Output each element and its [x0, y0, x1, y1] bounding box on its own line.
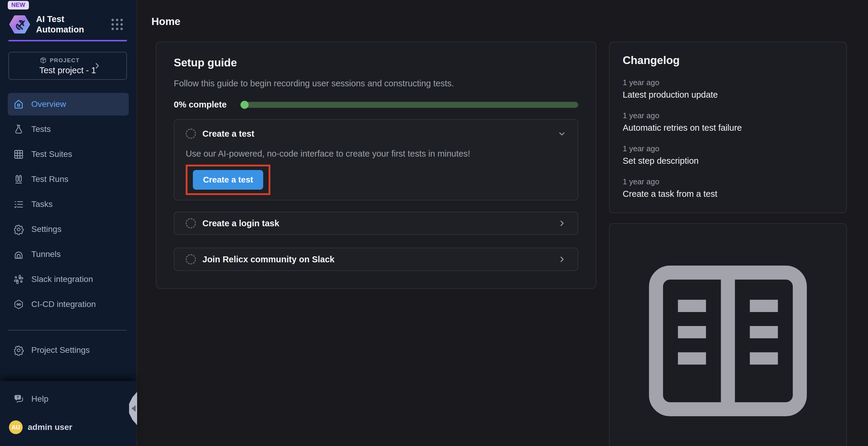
setup-guide-subtitle: Follow this guide to begin recording use…	[174, 79, 578, 89]
sidebar-divider	[8, 330, 127, 331]
app-title: AI Test Automation	[36, 14, 112, 35]
help-label: Help	[31, 394, 49, 404]
changelog-entry-title: Set step description	[623, 156, 833, 166]
sidebar-item-label: Tasks	[31, 200, 53, 209]
package-icon	[39, 57, 47, 64]
changelog-entry-title: Automatic retries on test failure	[623, 123, 833, 133]
step-title: Create a test	[203, 129, 254, 139]
changelog-title: Changelog	[623, 54, 833, 67]
create-a-test-button[interactable]: Create a test	[193, 170, 263, 190]
sidebar-item-slack-integration[interactable]: Slack integration	[8, 268, 129, 290]
sidebar-item-label: Tunnels	[31, 249, 61, 259]
sidebar-nav: Overview Tests Test Suites	[8, 93, 129, 316]
sidebar-item-label: Tests	[31, 125, 51, 134]
changelog-card: Changelog 1 year ago Latest production u…	[609, 42, 847, 213]
sidebar-item-label: CI-CD integration	[31, 300, 96, 309]
step-title: Join Relicx community on Slack	[203, 254, 335, 264]
sidebar-bottom-panel: ? Help AU admin user	[0, 381, 136, 446]
step-create-a-login-task[interactable]: Create a login task	[174, 212, 578, 235]
changelog-entry: 1 year ago Latest production update	[623, 78, 833, 100]
sidebar-item-test-suites[interactable]: Test Suites	[8, 143, 129, 166]
sidebar-item-project-settings[interactable]: Project Settings	[8, 339, 129, 362]
tunnel-icon	[13, 249, 24, 260]
step-create-a-test: Create a test Use our AI-powered, no-cod…	[174, 119, 578, 200]
documentation-card: Relicx documentation Use this guide to g…	[609, 223, 847, 446]
project-name: Test project - 1	[39, 66, 96, 75]
tasks-list-icon	[13, 199, 24, 210]
changelog-entry-title: Create a task from a test	[623, 189, 833, 199]
sidebar-item-label: Overview	[31, 99, 66, 109]
project-label: PROJECT	[50, 57, 80, 64]
sidebar-item-label: Slack integration	[31, 275, 93, 284]
progress-label: 0% complete	[174, 100, 226, 110]
new-badge: NEW	[8, 1, 29, 9]
sidebar-item-tasks[interactable]: Tasks	[8, 193, 129, 215]
slack-icon	[13, 274, 24, 285]
chevron-down-icon	[557, 129, 566, 138]
sidebar-item-overview[interactable]: Overview	[8, 93, 129, 115]
app-logo-row: AI Test Automation	[9, 14, 123, 35]
changelog-entry: 1 year ago Set step description	[623, 144, 833, 166]
svg-text:?: ?	[17, 395, 19, 399]
sidebar-item-label: Project Settings	[31, 345, 90, 355]
sidebar-item-tests[interactable]: Tests	[8, 118, 129, 140]
flask-icon	[13, 124, 24, 135]
page-title: Home	[151, 15, 868, 27]
book-open-icon	[623, 236, 833, 446]
sidebar-item-label: Test Runs	[31, 174, 68, 184]
step-join-relicx-community[interactable]: Join Relicx community on Slack	[174, 248, 578, 271]
avatar: AU	[9, 420, 23, 434]
gear-icon	[13, 345, 24, 356]
sidebar-item-test-runs[interactable]: Test Runs	[8, 168, 129, 191]
changelog-entry: 1 year ago Automatic retries on test fai…	[623, 111, 833, 133]
setup-guide-title: Setup guide	[174, 57, 578, 69]
step-description: Use our AI-powered, no-code interface to…	[186, 149, 566, 159]
changelog-time: 1 year ago	[623, 78, 833, 87]
setup-progress: 0% complete	[174, 100, 578, 110]
gear-icon	[13, 224, 24, 235]
annotation-highlight-box: Create a test	[186, 165, 270, 195]
test-runs-icon	[13, 174, 24, 185]
sidebar-item-label: Test Suites	[31, 149, 72, 159]
main-content: Home Setup guide Follow this guide to be…	[138, 0, 868, 446]
brand-underline	[8, 40, 127, 41]
help-button[interactable]: ? Help	[8, 388, 129, 410]
sidebar-item-label: Settings	[31, 225, 61, 234]
home-icon	[13, 99, 24, 110]
changelog-time: 1 year ago	[623, 111, 833, 120]
cicd-hexagon-infinity-icon	[13, 299, 24, 310]
step-create-a-test-header[interactable]: Create a test	[186, 129, 566, 139]
progress-dot	[241, 101, 249, 109]
sidebar-item-tunnels[interactable]: Tunnels	[8, 243, 129, 266]
changelog-entry: 1 year ago Create a task from a test	[623, 177, 833, 199]
sidebar-item-cicd-integration[interactable]: CI-CD integration	[8, 293, 129, 316]
user-menu[interactable]: AU admin user	[9, 420, 136, 434]
changelog-time: 1 year ago	[623, 144, 833, 153]
apps-grid-icon[interactable]	[112, 19, 123, 30]
sidebar-item-settings[interactable]: Settings	[8, 218, 129, 241]
chevron-right-icon	[557, 219, 566, 228]
setup-guide-card: Setup guide Follow this guide to begin r…	[156, 42, 596, 289]
changelog-entry-title: Latest production update	[623, 90, 833, 100]
sidebar: NEW AI Test Automation	[0, 0, 137, 446]
step-incomplete-icon	[186, 129, 196, 139]
app-logo-icon	[9, 14, 30, 35]
user-name: admin user	[28, 422, 72, 432]
step-incomplete-icon	[186, 218, 196, 228]
chevron-right-icon	[93, 62, 101, 70]
help-chat-icon: ?	[13, 393, 24, 405]
changelog-time: 1 year ago	[623, 177, 833, 186]
step-incomplete-icon	[186, 254, 196, 264]
step-title: Create a login task	[203, 218, 279, 228]
chevron-right-icon	[557, 255, 566, 264]
grid-icon	[13, 149, 24, 160]
project-selector[interactable]: PROJECT Test project - 1	[8, 52, 127, 80]
progress-bar	[240, 102, 578, 108]
